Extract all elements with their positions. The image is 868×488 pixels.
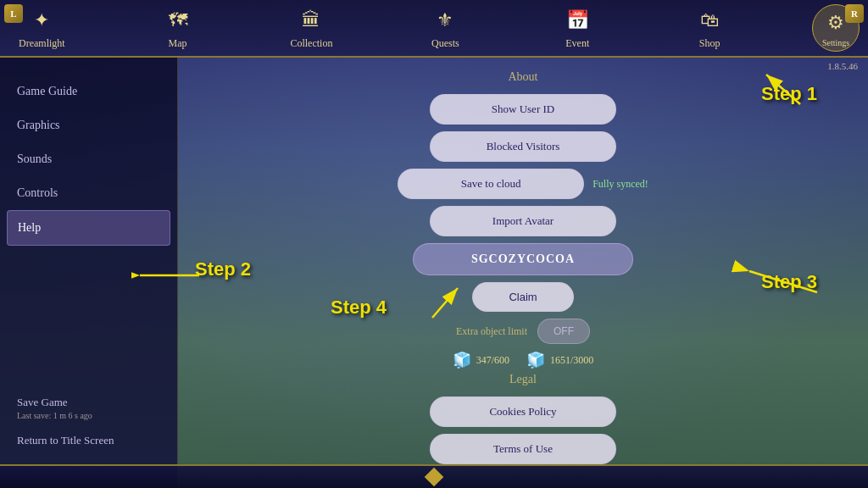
legal-label: Legal xyxy=(509,373,537,386)
counter-item-2: 🧊 1651/3000 xyxy=(526,351,593,369)
about-label: About xyxy=(509,70,538,84)
nav-item-shop[interactable]: 🛍 Shop xyxy=(680,3,739,54)
left-corner-badge: L xyxy=(4,4,23,23)
step1-label: Step 1 xyxy=(761,83,817,105)
sidebar-item-game-guide[interactable]: Game Guide xyxy=(0,75,177,108)
legal-section: Legal Cookies Policy Terms of Use xyxy=(396,373,650,464)
sidebar-item-controls[interactable]: Controls xyxy=(0,176,177,210)
username-field: SGCOZYCOCOA xyxy=(413,243,633,275)
save-row: Save to cloud Fully synced! xyxy=(398,169,648,199)
dreamlight-label: Dreamlight xyxy=(19,37,65,50)
sidebar-item-help[interactable]: Help xyxy=(7,210,170,246)
step4-label: Step 4 xyxy=(331,297,387,319)
collection-icon: 🏛 xyxy=(298,7,325,34)
map-icon: 🗺 xyxy=(164,7,192,34)
cookies-policy-button[interactable]: Cookies Policy xyxy=(430,396,616,427)
save-game-sublabel: Last save: 1 m 6 s ago xyxy=(17,411,160,420)
nav-item-map[interactable]: 🗺 Map xyxy=(148,3,208,54)
event-icon: 📅 xyxy=(564,7,591,34)
bottom-diamond-icon xyxy=(425,468,444,487)
counter-item-1: 🧊 347/600 xyxy=(453,351,509,369)
return-title-item[interactable]: Return to Title Screen xyxy=(0,427,177,454)
extra-object-label: Extra object limit xyxy=(456,325,527,338)
cube-icon-2: 🧊 xyxy=(526,351,545,369)
counters-row: 🧊 347/600 🧊 1651/3000 xyxy=(453,351,594,369)
counter-value-2: 1651/3000 xyxy=(550,354,593,367)
nav-item-quests[interactable]: ⚜ Quests xyxy=(415,3,475,54)
save-to-cloud-button[interactable]: Save to cloud xyxy=(398,169,584,199)
left-sidebar: Game Guide Graphics Sounds Controls Help… xyxy=(0,58,178,488)
save-game-label: Save Game xyxy=(17,396,160,409)
settings-label: Settings xyxy=(822,38,849,47)
shop-label: Shop xyxy=(699,37,721,50)
dreamlight-icon: ✦ xyxy=(28,7,55,34)
version-text: 1.8.5.46 xyxy=(827,61,858,71)
settings-panel: About Show User ID Blocked Visitors Save… xyxy=(396,70,650,369)
event-label: Event xyxy=(565,37,589,50)
synced-text: Fully synced! xyxy=(593,178,648,191)
import-avatar-button[interactable]: Import Avatar xyxy=(430,206,616,236)
step2-label: Step 2 xyxy=(195,258,251,280)
nav-item-collection[interactable]: 🏛 Collection xyxy=(280,3,342,54)
bottom-bar xyxy=(0,464,868,488)
extra-limit-row: Extra object limit OFF xyxy=(404,319,642,344)
sidebar-bottom: Save Game Last save: 1 m 6 s ago Return … xyxy=(0,389,177,471)
extra-limit-toggle[interactable]: OFF xyxy=(537,319,590,344)
cube-icon-1: 🧊 xyxy=(453,351,471,369)
top-navigation: L ✦ Dreamlight 🗺 Map 🏛 Collection ⚜ Ques… xyxy=(0,0,868,58)
map-label: Map xyxy=(169,37,187,50)
terms-of-use-button[interactable]: Terms of Use xyxy=(430,434,616,464)
blocked-visitors-button[interactable]: Blocked Visitors xyxy=(430,131,616,162)
nav-item-event[interactable]: 📅 Event xyxy=(548,3,607,54)
shop-icon: 🛍 xyxy=(696,7,723,34)
quests-icon: ⚜ xyxy=(431,7,459,34)
claim-button[interactable]: Claim xyxy=(472,282,574,312)
show-user-id-button[interactable]: Show User ID xyxy=(430,94,616,125)
sidebar-item-sounds[interactable]: Sounds xyxy=(0,142,177,176)
counter-value-1: 347/600 xyxy=(476,354,509,367)
sidebar-item-graphics[interactable]: Graphics xyxy=(0,108,177,142)
save-game-item[interactable]: Save Game Last save: 1 m 6 s ago xyxy=(0,389,177,427)
quests-label: Quests xyxy=(431,37,459,50)
step3-label: Step 3 xyxy=(761,271,817,293)
collection-label: Collection xyxy=(290,37,332,50)
right-corner-badge: R xyxy=(845,4,864,23)
